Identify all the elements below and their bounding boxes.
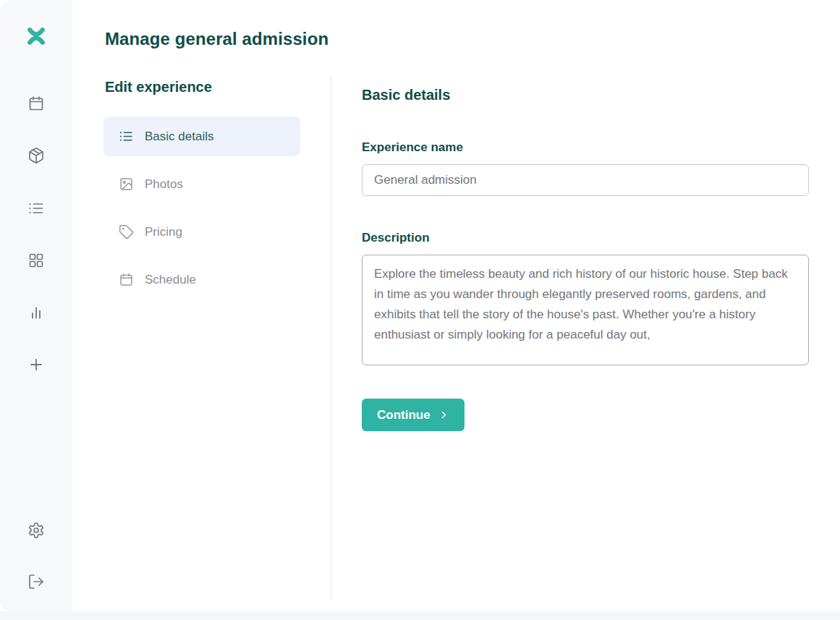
settings-gear-icon[interactable] xyxy=(26,520,46,540)
calendar-icon[interactable] xyxy=(26,93,46,114)
description-textarea[interactable]: Explore the timeless beauty and rich his… xyxy=(362,255,809,365)
bar-chart-icon[interactable] xyxy=(26,302,46,323)
nav-item-basic-details[interactable]: Basic details xyxy=(103,116,300,156)
app-sidebar xyxy=(0,0,72,611)
edit-experience-heading: Edit experience xyxy=(105,79,212,95)
logout-icon[interactable] xyxy=(26,572,46,592)
nav-item-photos[interactable]: Photos xyxy=(103,164,300,204)
nav-item-label: Photos xyxy=(145,177,183,192)
list-icon[interactable] xyxy=(26,198,46,218)
continue-button-label: Continue xyxy=(377,408,430,422)
calendar-icon xyxy=(119,272,134,287)
list-icon xyxy=(119,129,134,144)
page-title: Manage general admission xyxy=(105,29,328,49)
experience-name-label: Experience name xyxy=(362,140,463,155)
continue-button[interactable]: Continue xyxy=(362,399,464,431)
tag-icon xyxy=(119,224,134,239)
nav-item-schedule[interactable]: Schedule xyxy=(103,260,300,300)
edit-experience-nav: Basic details Photos Pricing Schedule xyxy=(103,116,300,307)
nav-item-label: Basic details xyxy=(145,129,213,144)
form-section-title: Basic details xyxy=(362,87,450,103)
panel-divider xyxy=(331,76,331,600)
plus-icon[interactable] xyxy=(26,354,46,375)
package-icon[interactable] xyxy=(26,145,46,166)
brand-x-logo-icon[interactable] xyxy=(26,26,46,46)
window-bottom-strip xyxy=(0,611,840,620)
grid-icon[interactable] xyxy=(26,250,46,271)
experience-name-input[interactable] xyxy=(362,164,809,196)
chevron-right-icon xyxy=(438,409,449,420)
image-icon xyxy=(119,177,134,192)
nav-item-pricing[interactable]: Pricing xyxy=(103,212,300,252)
nav-item-label: Pricing xyxy=(145,225,182,239)
nav-item-label: Schedule xyxy=(145,273,196,287)
description-label: Description xyxy=(362,231,430,245)
